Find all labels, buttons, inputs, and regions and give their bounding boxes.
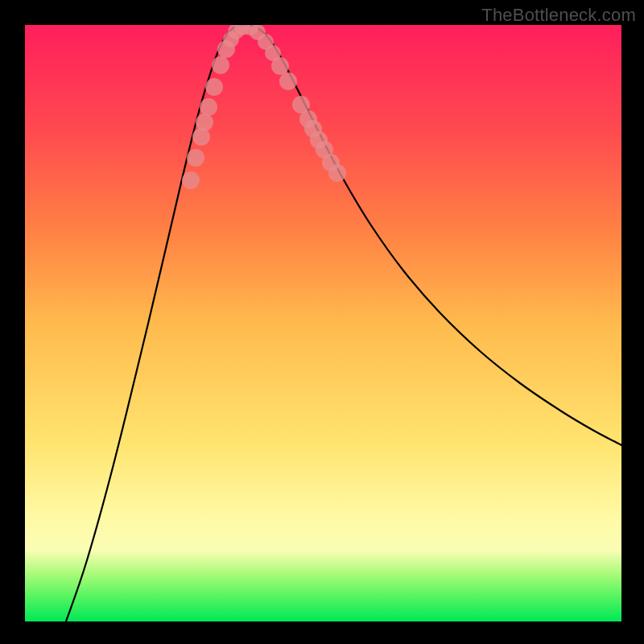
data-marker <box>328 164 346 182</box>
markers-layer <box>25 25 621 621</box>
data-marker <box>187 149 204 167</box>
watermark-text: TheBottleneck.com <box>481 5 636 26</box>
data-marker <box>205 78 223 96</box>
data-marker <box>212 56 229 74</box>
data-marker <box>279 72 297 90</box>
data-marker <box>271 57 289 75</box>
data-marker <box>196 114 213 131</box>
plot-area <box>25 25 621 621</box>
chart-canvas: TheBottleneck.com <box>0 0 644 644</box>
data-marker <box>200 98 217 116</box>
data-marker <box>182 171 200 189</box>
